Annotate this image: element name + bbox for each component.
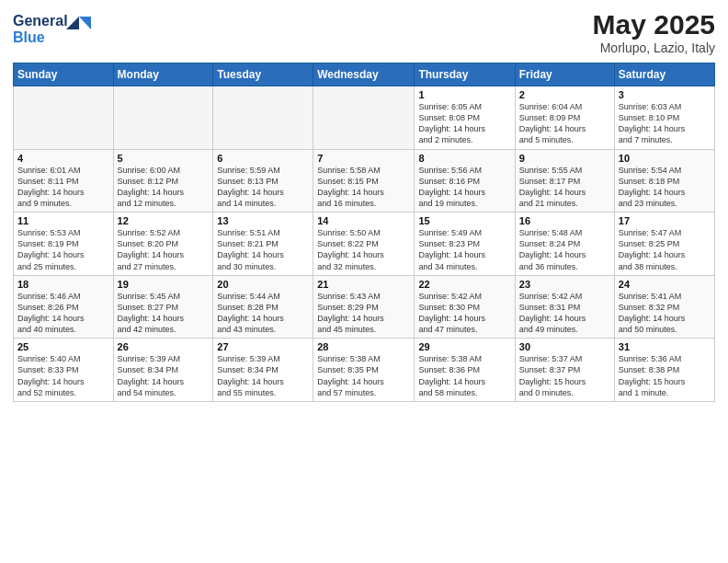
calendar-cell: 7Sunrise: 5:58 AM Sunset: 8:15 PM Daylig… (313, 149, 415, 213)
calendar-table: SundayMondayTuesdayWednesdayThursdayFrid… (13, 63, 715, 402)
day-number: 25 (17, 341, 109, 352)
calendar-cell: 21Sunrise: 5:43 AM Sunset: 8:29 PM Dayli… (313, 275, 415, 339)
day-info: Sunrise: 5:38 AM Sunset: 8:35 PM Dayligh… (317, 353, 410, 398)
calendar-cell: 12Sunrise: 5:52 AM Sunset: 8:20 PM Dayli… (113, 213, 213, 276)
day-info: Sunrise: 5:48 AM Sunset: 8:24 PM Dayligh… (519, 227, 610, 272)
calendar-cell: 18Sunrise: 5:46 AM Sunset: 8:26 PM Dayli… (14, 275, 114, 339)
day-number: 14 (317, 215, 410, 226)
calendar-cell: 20Sunrise: 5:44 AM Sunset: 8:28 PM Dayli… (213, 275, 313, 339)
calendar-cell: 4Sunrise: 6:01 AM Sunset: 8:11 PM Daylig… (14, 149, 114, 213)
svg-marker-3 (66, 17, 79, 29)
day-info: Sunrise: 5:55 AM Sunset: 8:17 PM Dayligh… (519, 165, 610, 210)
calendar-week-3: 11Sunrise: 5:53 AM Sunset: 8:19 PM Dayli… (14, 213, 715, 276)
day-info: Sunrise: 5:42 AM Sunset: 8:30 PM Dayligh… (418, 291, 510, 336)
day-number: 4 (17, 153, 109, 164)
day-info: Sunrise: 5:50 AM Sunset: 8:22 PM Dayligh… (317, 227, 410, 272)
day-number: 19 (118, 279, 210, 290)
day-number: 15 (418, 215, 510, 226)
weekday-header-saturday: Saturday (614, 63, 714, 86)
calendar-week-5: 25Sunrise: 5:40 AM Sunset: 8:33 PM Dayli… (14, 339, 715, 402)
logo-icon: General Blue (13, 9, 96, 50)
title-area: May 2025 Morlupo, Lazio, Italy (593, 9, 715, 55)
day-info: Sunrise: 5:37 AM Sunset: 8:37 PM Dayligh… (519, 353, 610, 398)
day-number: 8 (418, 153, 510, 164)
day-number: 5 (118, 153, 210, 164)
weekday-header-tuesday: Tuesday (213, 63, 313, 86)
calendar-cell: 26Sunrise: 5:39 AM Sunset: 8:34 PM Dayli… (113, 339, 213, 402)
day-info: Sunrise: 5:36 AM Sunset: 8:38 PM Dayligh… (619, 353, 711, 398)
day-number: 26 (118, 341, 210, 352)
calendar-cell: 31Sunrise: 5:36 AM Sunset: 8:38 PM Dayli… (614, 339, 714, 402)
svg-text:General: General (13, 13, 68, 29)
calendar-cell (113, 86, 213, 150)
day-number: 20 (217, 279, 309, 290)
day-info: Sunrise: 5:52 AM Sunset: 8:20 PM Dayligh… (118, 227, 210, 272)
calendar-cell: 15Sunrise: 5:49 AM Sunset: 8:23 PM Dayli… (415, 213, 515, 276)
day-number: 28 (317, 341, 410, 352)
day-number: 29 (418, 341, 510, 352)
day-info: Sunrise: 5:41 AM Sunset: 8:32 PM Dayligh… (619, 291, 711, 336)
day-number: 3 (619, 89, 711, 100)
day-info: Sunrise: 5:44 AM Sunset: 8:28 PM Dayligh… (217, 291, 309, 336)
calendar-cell: 5Sunrise: 6:00 AM Sunset: 8:12 PM Daylig… (113, 149, 213, 213)
day-number: 30 (519, 341, 610, 352)
day-info: Sunrise: 5:51 AM Sunset: 8:21 PM Dayligh… (217, 227, 309, 272)
day-number: 6 (217, 153, 309, 164)
calendar-cell: 22Sunrise: 5:42 AM Sunset: 8:30 PM Dayli… (415, 275, 515, 339)
day-number: 23 (519, 279, 610, 290)
calendar-cell: 11Sunrise: 5:53 AM Sunset: 8:19 PM Dayli… (14, 213, 114, 276)
calendar-cell: 3Sunrise: 6:03 AM Sunset: 8:10 PM Daylig… (614, 86, 714, 150)
calendar-cell: 30Sunrise: 5:37 AM Sunset: 8:37 PM Dayli… (515, 339, 614, 402)
day-info: Sunrise: 5:59 AM Sunset: 8:13 PM Dayligh… (217, 165, 309, 210)
weekday-header-thursday: Thursday (415, 63, 515, 86)
day-number: 2 (519, 89, 610, 100)
calendar-cell: 6Sunrise: 5:59 AM Sunset: 8:13 PM Daylig… (213, 149, 313, 213)
calendar-subtitle: Morlupo, Lazio, Italy (593, 40, 715, 55)
weekday-header-wednesday: Wednesday (313, 63, 415, 86)
day-info: Sunrise: 6:03 AM Sunset: 8:10 PM Dayligh… (619, 101, 711, 146)
day-info: Sunrise: 5:58 AM Sunset: 8:15 PM Dayligh… (317, 165, 410, 210)
weekday-header-monday: Monday (113, 63, 213, 86)
calendar-cell: 2Sunrise: 6:04 AM Sunset: 8:09 PM Daylig… (515, 86, 614, 150)
day-info: Sunrise: 5:39 AM Sunset: 8:34 PM Dayligh… (118, 353, 210, 398)
day-number: 24 (619, 279, 711, 290)
calendar-week-2: 4Sunrise: 6:01 AM Sunset: 8:11 PM Daylig… (14, 149, 715, 213)
calendar-cell: 17Sunrise: 5:47 AM Sunset: 8:25 PM Dayli… (614, 213, 714, 276)
page-header: General Blue May 2025 Morlupo, Lazio, It… (13, 9, 715, 55)
day-number: 22 (418, 279, 510, 290)
calendar-week-1: 1Sunrise: 6:05 AM Sunset: 8:08 PM Daylig… (14, 86, 715, 150)
day-info: Sunrise: 5:38 AM Sunset: 8:36 PM Dayligh… (418, 353, 510, 398)
calendar-cell: 28Sunrise: 5:38 AM Sunset: 8:35 PM Dayli… (313, 339, 415, 402)
svg-marker-2 (79, 17, 91, 29)
calendar-cell: 10Sunrise: 5:54 AM Sunset: 8:18 PM Dayli… (614, 149, 714, 213)
day-info: Sunrise: 6:05 AM Sunset: 8:08 PM Dayligh… (418, 101, 510, 146)
day-info: Sunrise: 5:45 AM Sunset: 8:27 PM Dayligh… (118, 291, 210, 336)
day-info: Sunrise: 5:49 AM Sunset: 8:23 PM Dayligh… (418, 227, 510, 272)
calendar-cell: 9Sunrise: 5:55 AM Sunset: 8:17 PM Daylig… (515, 149, 614, 213)
day-info: Sunrise: 5:47 AM Sunset: 8:25 PM Dayligh… (619, 227, 711, 272)
calendar-cell: 13Sunrise: 5:51 AM Sunset: 8:21 PM Dayli… (213, 213, 313, 276)
calendar-cell: 8Sunrise: 5:56 AM Sunset: 8:16 PM Daylig… (415, 149, 515, 213)
calendar-cell: 1Sunrise: 6:05 AM Sunset: 8:08 PM Daylig… (415, 86, 515, 150)
day-number: 10 (619, 153, 711, 164)
calendar-cell: 16Sunrise: 5:48 AM Sunset: 8:24 PM Dayli… (515, 213, 614, 276)
day-number: 7 (317, 153, 410, 164)
day-info: Sunrise: 6:01 AM Sunset: 8:11 PM Dayligh… (17, 165, 109, 210)
day-number: 17 (619, 215, 711, 226)
day-number: 12 (118, 215, 210, 226)
day-info: Sunrise: 5:42 AM Sunset: 8:31 PM Dayligh… (519, 291, 610, 336)
day-number: 9 (519, 153, 610, 164)
day-info: Sunrise: 5:46 AM Sunset: 8:26 PM Dayligh… (17, 291, 109, 336)
weekday-header-sunday: Sunday (14, 63, 114, 86)
weekday-header-friday: Friday (515, 63, 614, 86)
calendar-cell: 29Sunrise: 5:38 AM Sunset: 8:36 PM Dayli… (415, 339, 515, 402)
day-info: Sunrise: 5:40 AM Sunset: 8:33 PM Dayligh… (17, 353, 109, 398)
day-number: 18 (17, 279, 109, 290)
calendar-cell: 19Sunrise: 5:45 AM Sunset: 8:27 PM Dayli… (113, 275, 213, 339)
calendar-cell: 25Sunrise: 5:40 AM Sunset: 8:33 PM Dayli… (14, 339, 114, 402)
calendar-week-4: 18Sunrise: 5:46 AM Sunset: 8:26 PM Dayli… (14, 275, 715, 339)
calendar-cell: 23Sunrise: 5:42 AM Sunset: 8:31 PM Dayli… (515, 275, 614, 339)
day-number: 31 (619, 341, 711, 352)
day-number: 11 (17, 215, 109, 226)
logo: General Blue (13, 9, 96, 53)
